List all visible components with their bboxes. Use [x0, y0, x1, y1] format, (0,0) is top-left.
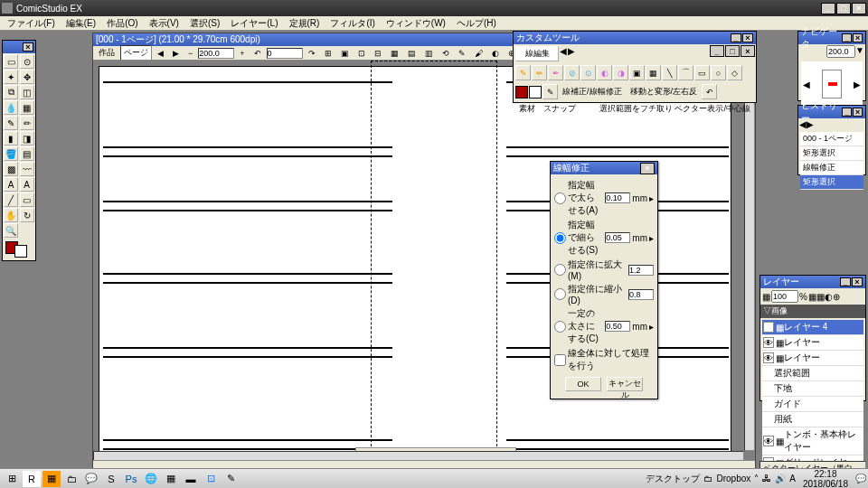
opt-thicken-radio[interactable]: [554, 192, 566, 204]
zoom-tool[interactable]: 🔍: [4, 223, 18, 238]
history-item[interactable]: 000 - 1ページ: [800, 132, 863, 146]
eraser-tool[interactable]: ◨: [20, 131, 34, 145]
layer-item[interactable]: 👁▦トンボ・基本枠レイヤー: [762, 427, 863, 455]
maximize-button[interactable]: □: [836, 3, 851, 14]
menu-view[interactable]: 表示(V): [144, 16, 184, 31]
wand-tool[interactable]: ✦: [4, 70, 18, 84]
tray-dropbox[interactable]: Dropbox: [716, 474, 750, 483]
frame-tool[interactable]: ▦: [20, 100, 34, 115]
opt-enlarge-radio[interactable]: [554, 264, 566, 276]
history-item[interactable]: 矩形選択: [800, 146, 863, 161]
customtool-min[interactable]: _: [731, 33, 741, 42]
tab-work[interactable]: 作品: [95, 45, 118, 61]
task-app2[interactable]: ▦: [42, 471, 61, 487]
tray-vol-icon[interactable]: 🔊: [775, 474, 786, 483]
menu-work[interactable]: 作品(O): [101, 16, 143, 31]
menu-ruler[interactable]: 定規(R): [284, 16, 326, 31]
nav-prev-icon[interactable]: ◀: [154, 47, 167, 60]
customtool-close[interactable]: ×: [742, 33, 753, 42]
close-button[interactable]: ×: [852, 3, 866, 14]
color-swatch[interactable]: [3, 239, 35, 260]
rotate-tool[interactable]: ↻: [20, 208, 34, 222]
task-app1[interactable]: R: [23, 471, 41, 487]
layer-item[interactable]: 用紙: [762, 412, 863, 427]
line-tool[interactable]: ╱: [4, 192, 18, 207]
tab-page[interactable]: ページ: [120, 45, 152, 61]
opt-fixed-radio[interactable]: [554, 321, 566, 333]
text-tool[interactable]: A: [4, 177, 18, 192]
marker-tool[interactable]: ▮: [4, 131, 18, 145]
taskbar: ⊞ R ▦ 🗀 💬 S Ps 🌐 ▦ ▬ ⊡ ✎ デスクトップ 🗀Dropbox…: [0, 468, 868, 488]
history-item[interactable]: 線幅修正: [800, 161, 863, 175]
dialog-title: 線幅修正: [553, 162, 590, 174]
layer-item[interactable]: 👁▦レイヤー: [762, 351, 863, 366]
rotate-left-icon[interactable]: ↶: [250, 47, 265, 60]
tab-line-edit[interactable]: 線編集: [515, 46, 559, 61]
tray-net-icon[interactable]: 🖧: [762, 474, 771, 483]
menu-edit[interactable]: 編集(E): [61, 16, 101, 31]
history-panel: ヒストリー_× ◀▶ 000 - 1ページ 矩形選択 線幅修正 矩形選択: [797, 105, 866, 175]
menu-file[interactable]: ファイル(F): [2, 16, 61, 31]
menu-layer[interactable]: レイヤー(L): [225, 16, 283, 31]
cancel-button[interactable]: キャンセル: [607, 377, 643, 391]
ok-button[interactable]: OK: [565, 377, 601, 391]
toolbox-close[interactable]: ×: [23, 42, 33, 52]
app-titlebar: ComicStudio EX _ □ ×: [0, 0, 868, 16]
zoom-input[interactable]: [198, 48, 234, 59]
menubar: ファイル(F) 編集(E) 作品(O) 表示(V) 選択(S) レイヤー(L) …: [0, 16, 868, 31]
layers-panel: レイヤー_× ▦%▦▦◐⊕ ▽画像 👁▦レイヤー 4 👁▦レイヤー 👁▦レイヤー…: [760, 275, 866, 401]
brush-tool[interactable]: 〰: [20, 162, 34, 176]
menu-window[interactable]: ウィンドウ(W): [381, 16, 451, 31]
ct-bg-color[interactable]: [529, 86, 542, 99]
move-tool[interactable]: ✥: [20, 70, 34, 84]
history-item[interactable]: 矩形選択: [800, 175, 863, 190]
hand-tool[interactable]: ✋: [4, 208, 18, 222]
opt-thin-radio[interactable]: [554, 232, 566, 244]
eyedrop-tool[interactable]: 💧: [4, 100, 18, 115]
shape-tool[interactable]: ▭: [20, 192, 34, 207]
lasso-tool[interactable]: ⊙: [20, 54, 34, 69]
layer-item[interactable]: 👁▦レイヤー 4: [762, 320, 863, 335]
pencil-tool[interactable]: ✏: [20, 116, 34, 130]
fit-icon[interactable]: ⊞: [321, 47, 335, 60]
layer-item[interactable]: 選択範囲: [762, 366, 863, 381]
dialog-close[interactable]: ×: [640, 163, 655, 174]
zoom-out-icon[interactable]: −: [184, 47, 196, 60]
menu-help[interactable]: ヘルプ(H): [451, 16, 502, 31]
menu-filter[interactable]: フィルタ(I): [325, 16, 380, 31]
app-icon: [2, 3, 13, 14]
minimize-button[interactable]: _: [821, 3, 835, 14]
tray-clock[interactable]: 22:182018/06/18: [799, 469, 852, 489]
rotate-right-icon[interactable]: ↷: [305, 47, 319, 60]
vertical-scrollbar[interactable]: [744, 61, 755, 451]
layer-item[interactable]: 👁▦レイヤー: [762, 335, 863, 351]
background-color[interactable]: [14, 245, 27, 258]
text2-tool[interactable]: A: [20, 177, 34, 192]
layer-item[interactable]: 下地: [762, 381, 863, 397]
angle-input[interactable]: [267, 48, 303, 59]
opacity-input[interactable]: [771, 290, 798, 303]
navigator-panel: ナビゲータ_× ▼ ◀▶: [797, 31, 866, 101]
pattern-tool[interactable]: ▩: [4, 162, 18, 176]
tray-desktop[interactable]: デスクトップ: [646, 473, 700, 485]
gradient-tool[interactable]: ▤: [20, 146, 34, 161]
menu-select[interactable]: 選択(S): [184, 16, 225, 31]
perspective-tool[interactable]: ◫: [20, 85, 34, 99]
actual-icon[interactable]: ▣: [337, 47, 353, 60]
crop-tool[interactable]: ⧉: [4, 85, 18, 99]
layer-list: 👁▦レイヤー 4 👁▦レイヤー 👁▦レイヤー 選択範囲 下地 ガイド 用紙 👁▦…: [762, 320, 863, 471]
layer-item[interactable]: ガイド: [762, 397, 863, 412]
ct-fg-color[interactable]: [515, 86, 528, 99]
nav-zoom[interactable]: [826, 45, 855, 58]
zoom-in-icon[interactable]: +: [236, 47, 248, 60]
start-button[interactable]: ⊞: [3, 471, 21, 487]
fill-tool[interactable]: 🪣: [4, 146, 18, 161]
selection-marquee: [371, 61, 497, 451]
tray-notif-icon[interactable]: 💬: [855, 474, 866, 483]
whole-line-check[interactable]: [554, 354, 566, 366]
nav-next-icon[interactable]: ▶: [169, 47, 183, 60]
rect-select-tool[interactable]: ▭: [4, 54, 18, 69]
opt-shrink-radio[interactable]: [554, 288, 566, 300]
tray-up-icon[interactable]: ˄: [754, 474, 759, 483]
pen-tool[interactable]: ✎: [4, 116, 18, 130]
